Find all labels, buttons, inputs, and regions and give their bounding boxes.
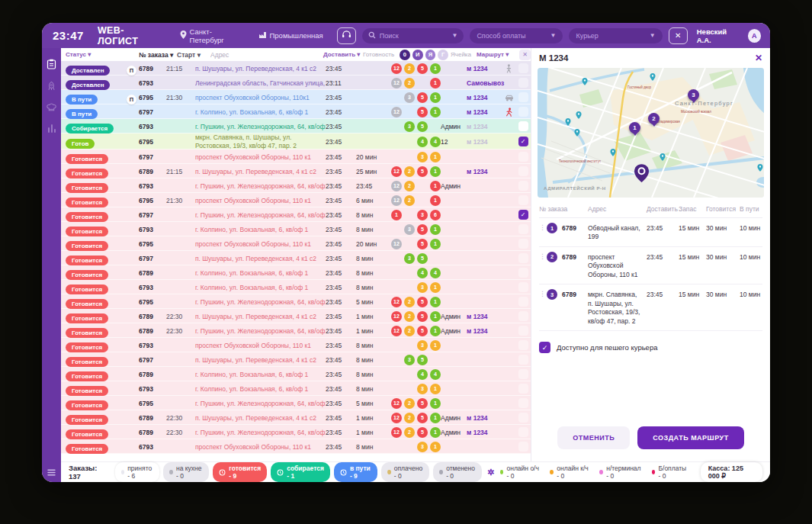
route-link[interactable]: м 1234 (467, 429, 505, 436)
table-row[interactable]: Готовится678922:30п. Шушуары, ул. Переве… (61, 309, 531, 323)
badge-filter-Г[interactable]: Г (438, 50, 448, 60)
row-checkbox[interactable] (518, 107, 528, 117)
route-order-row[interactable]: ⋮⋮36789мкрн. Славянка, п. Шушары, ул. Ро… (539, 285, 762, 331)
status-pill[interactable]: оплачено - 0 (381, 462, 429, 482)
city-selector[interactable]: Санкт-Петербург (180, 27, 245, 44)
clear-column-filters-button[interactable]: ✕ (519, 50, 531, 60)
row-checkbox[interactable] (518, 398, 528, 408)
row-checkbox[interactable] (518, 442, 528, 452)
create-route-button[interactable]: СОЗДАТЬ МАРШРУТ (637, 426, 743, 449)
row-checkbox[interactable] (518, 224, 528, 234)
route-link[interactable]: м 1234 (467, 327, 505, 335)
route-order-row[interactable]: ⋮⋮16789Обводный канал, 19923:4515 мин30 … (539, 218, 762, 247)
sidebar-item-courier-rocket-icon[interactable] (47, 81, 56, 92)
row-checkbox[interactable] (518, 311, 528, 321)
row-checkbox[interactable] (518, 253, 528, 263)
status-pill[interactable]: готовится - 9 (213, 462, 267, 482)
table-row[interactable]: ДоставленП678921:15п. Шушуары, ул. Перев… (61, 61, 531, 76)
table-row[interactable]: Готовится6789г. Колпино, ул. Вокзальная,… (61, 265, 531, 280)
row-checkbox[interactable] (518, 152, 528, 162)
walking-courier-checkbox[interactable]: ✓ Доступно для пешего курьера (539, 342, 762, 353)
table-row[interactable]: Готовится678921:15п. Шушуары, ул. Переве… (61, 164, 531, 178)
row-checkbox[interactable]: ✓ (518, 137, 528, 146)
route-link[interactable]: м 1234 (467, 65, 505, 72)
row-checkbox[interactable] (518, 181, 528, 191)
table-row[interactable]: Готовится6797г. Пушкин, ул. Железнодорож… (61, 207, 531, 222)
search-input[interactable]: Поиск ▼ (362, 28, 464, 43)
table-row[interactable]: Готовится6797п. Шушуары, ул. Переведенск… (61, 251, 531, 265)
route-link[interactable]: Самовывоз (467, 79, 505, 87)
route-start-pin-icon[interactable] (634, 164, 649, 182)
row-checkbox[interactable] (518, 282, 528, 292)
col-route[interactable]: Маршрут ▾ (477, 51, 513, 58)
table-row[interactable]: Готовится6795проспект Обуховской Обороны… (61, 236, 531, 251)
col-deliver[interactable]: Доставить ▾ (323, 51, 363, 58)
route-map[interactable]: Санкт-ПетербургАДМИРАЛТЕЙСКИЙ Р-НГостины… (538, 68, 764, 198)
branch-selector[interactable]: Промышленная (258, 31, 323, 40)
table-row[interactable]: Готовится6793г. Пушкин, ул. Железнодорож… (61, 178, 531, 193)
row-checkbox[interactable] (518, 369, 528, 379)
table-row[interactable]: Готовится679521:30проспект Обуховской Об… (61, 193, 531, 207)
col-order-number[interactable]: № заказа ▾ (139, 51, 177, 59)
payment-method-select[interactable]: Способ оплаты ▼ (470, 28, 563, 43)
table-row[interactable]: Готовится6793проспект Обуховской Обороны… (61, 338, 531, 352)
row-checkbox[interactable] (518, 92, 528, 102)
table-row[interactable]: Готовится6793г. Колпино, ул. Вокзальная,… (61, 280, 531, 294)
row-checkbox[interactable] (518, 384, 528, 394)
route-order-row[interactable]: ⋮⋮26789проспект Обуховской Обороны, 110 … (539, 247, 762, 285)
row-checkbox[interactable] (518, 326, 528, 336)
table-row[interactable]: В путиП679521:30проспект Обуховской Обор… (61, 90, 531, 104)
badge-filter-0[interactable]: 0 (400, 50, 410, 60)
col-status[interactable]: Статус ▾ (66, 51, 127, 58)
table-row[interactable]: Готовится678922:30г. Пушкин, ул. Железно… (61, 425, 531, 439)
route-link[interactable]: м 1234 (467, 94, 505, 101)
row-checkbox[interactable] (518, 340, 528, 350)
table-row[interactable]: Доставлен6793Ленинградская область, Гатч… (61, 76, 531, 90)
table-row[interactable]: Готовится6793проспект Обуховской Обороны… (61, 439, 531, 454)
table-row[interactable]: В пути6797г. Колпино, ул. Вокзальная, 6,… (61, 104, 531, 119)
badge-filter-Я[interactable]: Я (425, 50, 436, 60)
badge-filter-И[interactable]: И (412, 50, 423, 60)
table-row[interactable]: Готов6795мкрн. Славянка, п. Шушары, ул. … (61, 133, 531, 149)
drag-handle-icon[interactable]: ⋮⋮ (539, 291, 547, 297)
route-link[interactable]: м 1234 (467, 108, 505, 116)
table-row[interactable]: Готовится6797проспект Обуховской Обороны… (61, 149, 531, 164)
courier-select[interactable]: Курьер ▼ (569, 28, 662, 43)
status-pill[interactable]: принято - 6 (115, 462, 160, 482)
map-marker-1[interactable]: 1 (629, 122, 640, 133)
telephony-button[interactable] (337, 27, 356, 44)
table-row[interactable]: Готовится6793г. Колпино, ул. Вокзальная,… (61, 381, 531, 396)
asterisk-icon[interactable]: ✲ (487, 468, 494, 477)
sidebar-item-kitchen-icon[interactable] (47, 103, 56, 112)
sidebar-item-orders-icon[interactable] (47, 59, 56, 69)
row-checkbox[interactable] (518, 239, 528, 249)
status-pill[interactable]: собирается - 1 (271, 462, 330, 482)
map-marker-3[interactable]: 3 (688, 89, 699, 101)
row-checkbox[interactable] (518, 121, 528, 131)
table-row[interactable]: Готовится678922:30п. Шушуары, ул. Переве… (61, 410, 531, 425)
table-row[interactable]: Собирается6793г. Пушкин, ул. Железнодоро… (61, 119, 531, 133)
cancel-button[interactable]: ОТМЕНИТЬ (557, 426, 630, 449)
sidebar-item-stats-icon[interactable] (47, 124, 56, 133)
row-checkbox[interactable] (518, 297, 528, 307)
status-pill[interactable]: на кухне - 0 (163, 462, 209, 482)
table-row[interactable]: Готовится6795г. Пушкин, ул. Железнодорож… (61, 294, 531, 309)
table-row[interactable]: Готовится678922:30г. Пушкин, ул. Железно… (61, 323, 531, 338)
drag-handle-icon[interactable]: ⋮⋮ (539, 253, 547, 260)
row-checkbox[interactable] (518, 166, 528, 176)
route-link[interactable]: м 1234 (467, 414, 505, 422)
map-marker-2[interactable]: 2 (648, 113, 660, 124)
hamburger-menu-icon[interactable] (47, 469, 56, 476)
route-link[interactable]: м 1234 (467, 313, 505, 320)
row-checkbox[interactable] (518, 427, 528, 437)
status-pill[interactable]: отменено - 0 (433, 462, 482, 482)
row-checkbox[interactable] (518, 63, 528, 73)
route-link[interactable]: м 1234 (467, 168, 505, 175)
table-row[interactable]: Готовится6793г. Колпино, ул. Вокзальная,… (61, 222, 531, 236)
table-row[interactable]: Готовится6789г. Колпино, ул. Вокзальная,… (61, 367, 531, 381)
row-checkbox[interactable] (518, 195, 528, 205)
row-checkbox[interactable] (518, 355, 528, 365)
table-row[interactable]: Готовится6797п. Шушуары, ул. Переведенск… (61, 352, 531, 367)
close-icon[interactable]: ✕ (755, 53, 762, 63)
row-checkbox[interactable] (518, 413, 528, 423)
